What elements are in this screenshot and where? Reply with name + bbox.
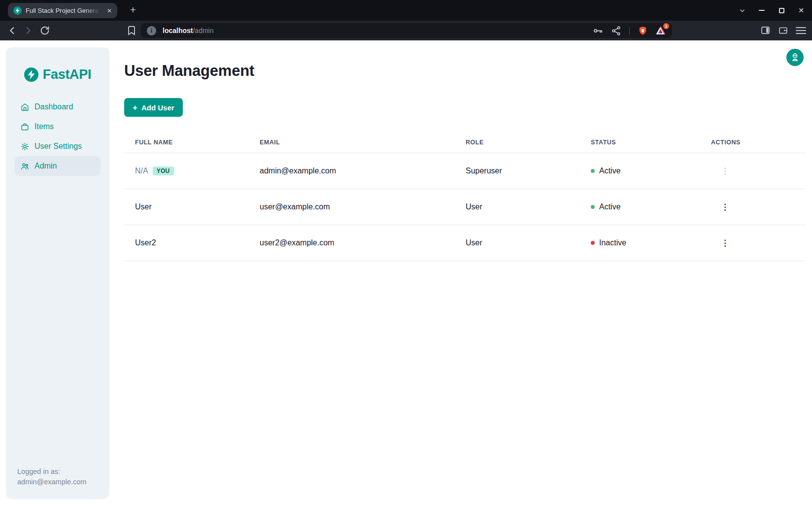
back-icon[interactable] <box>7 25 18 36</box>
new-tab-button[interactable]: + <box>126 2 140 17</box>
browser-window: Full Stack Project Genera ✕ + ✕ i lo <box>0 0 812 505</box>
row-actions-menu-icon: ⋮ <box>718 165 732 177</box>
col-header-full-name: FULL NAME <box>124 132 249 153</box>
page-content: FastAPI Dashboard Items User Settings <box>0 40 812 505</box>
brave-rewards-button[interactable]: 1 <box>655 25 666 36</box>
row-actions-menu-icon[interactable]: ⋮ <box>718 237 732 249</box>
sidebar-item-dashboard[interactable]: Dashboard <box>15 97 101 117</box>
cell-role: Superuser <box>455 153 580 189</box>
url-bar[interactable]: i localhost /admin 1 <box>141 23 672 38</box>
fastapi-logo: FastAPI <box>6 67 109 82</box>
col-header-email: EMAIL <box>249 132 455 153</box>
cell-full-name: User <box>124 189 249 225</box>
user-menu-button[interactable] <box>786 49 804 66</box>
cell-role: User <box>455 225 580 261</box>
sidebar-item-items[interactable]: Items <box>15 117 101 136</box>
status-dot <box>591 169 595 173</box>
sidebar-panel-icon[interactable] <box>760 25 771 35</box>
cell-email: user2@example.com <box>249 225 455 261</box>
url-host: localhost <box>163 27 193 34</box>
cell-full-name: User2 <box>124 225 249 261</box>
users-table: FULL NAME EMAIL ROLE STATUS ACTIONS N/A … <box>124 132 806 261</box>
tab-close-icon[interactable]: ✕ <box>106 7 113 14</box>
users-icon <box>21 162 29 170</box>
browser-toolbar: i localhost /admin 1 <box>0 21 812 40</box>
browser-tab[interactable]: Full Stack Project Genera ✕ <box>8 3 117 18</box>
fastapi-bolt-icon <box>24 67 38 82</box>
logged-in-footer: Logged in as: admin@example.com <box>17 467 86 487</box>
sidebar: FastAPI Dashboard Items User Settings <box>6 47 109 499</box>
sidebar-item-label: User Settings <box>34 142 82 151</box>
sidebar-item-label: Admin <box>34 162 57 170</box>
wallet-icon[interactable] <box>778 25 788 35</box>
window-close-icon[interactable]: ✕ <box>797 6 805 14</box>
status-dot <box>591 241 595 245</box>
logged-in-email: admin@example.com <box>17 477 86 487</box>
url-path: /admin <box>193 27 213 34</box>
sidebar-nav: Dashboard Items User Settings Admin <box>6 97 109 176</box>
cell-status: Active <box>599 167 621 175</box>
window-controls: ✕ <box>738 0 805 21</box>
table-header-row: FULL NAME EMAIL ROLE STATUS ACTIONS <box>124 132 806 153</box>
toolbar-right-icons <box>760 25 806 35</box>
tab-title: Full Stack Project Genera <box>26 7 102 14</box>
gear-icon <box>21 142 29 151</box>
logged-in-label: Logged in as: <box>17 467 86 477</box>
toolbar-divider <box>629 27 630 35</box>
table-row: N/A YOU admin@example.com Superuser Acti… <box>124 153 806 189</box>
site-info-icon[interactable]: i <box>147 26 156 35</box>
share-icon[interactable] <box>611 26 621 36</box>
add-user-label: Add User <box>141 103 174 112</box>
minimize-icon[interactable] <box>758 6 766 14</box>
user-astronaut-icon <box>790 52 800 63</box>
sidebar-item-admin[interactable]: Admin <box>15 156 101 176</box>
key-icon[interactable] <box>593 26 603 36</box>
tab-bar: Full Stack Project Genera ✕ + ✕ <box>0 0 812 21</box>
you-badge: YOU <box>153 167 174 175</box>
briefcase-icon <box>21 123 29 131</box>
brave-shield-icon[interactable] <box>638 26 648 36</box>
table-row: User2 user2@example.com User Inactive ⋮ <box>124 225 806 261</box>
col-header-status: STATUS <box>580 132 700 153</box>
forward-icon[interactable] <box>23 25 34 36</box>
reload-icon[interactable] <box>39 25 50 36</box>
sidebar-item-user-settings[interactable]: User Settings <box>15 136 101 156</box>
cell-status: Inactive <box>599 238 626 247</box>
add-user-button[interactable]: + Add User <box>124 98 183 117</box>
logo-text: FastAPI <box>43 67 91 82</box>
bookmark-icon[interactable] <box>126 25 137 36</box>
cell-status: Active <box>599 202 621 211</box>
row-actions-menu-icon[interactable]: ⋮ <box>718 201 732 213</box>
maximize-icon[interactable] <box>778 6 785 14</box>
col-header-role: ROLE <box>455 132 580 153</box>
menu-hamburger-icon[interactable] <box>796 25 806 35</box>
fastapi-favicon-icon <box>13 6 22 15</box>
col-header-actions: ACTIONS <box>700 132 806 153</box>
status-dot <box>591 205 595 209</box>
rewards-badge: 1 <box>663 23 670 30</box>
cell-full-name: N/A <box>135 167 148 175</box>
tab-search-chevron-icon[interactable] <box>738 6 746 14</box>
sidebar-item-label: Items <box>34 122 54 131</box>
plus-icon: + <box>133 103 137 112</box>
cell-email: admin@example.com <box>249 153 455 189</box>
cell-email: user@example.com <box>249 189 455 225</box>
sidebar-item-label: Dashboard <box>34 102 73 111</box>
table-row: User user@example.com User Active ⋮ <box>124 189 806 225</box>
page-title: User Management <box>124 62 254 80</box>
home-icon <box>21 103 29 111</box>
cell-role: User <box>455 189 580 225</box>
